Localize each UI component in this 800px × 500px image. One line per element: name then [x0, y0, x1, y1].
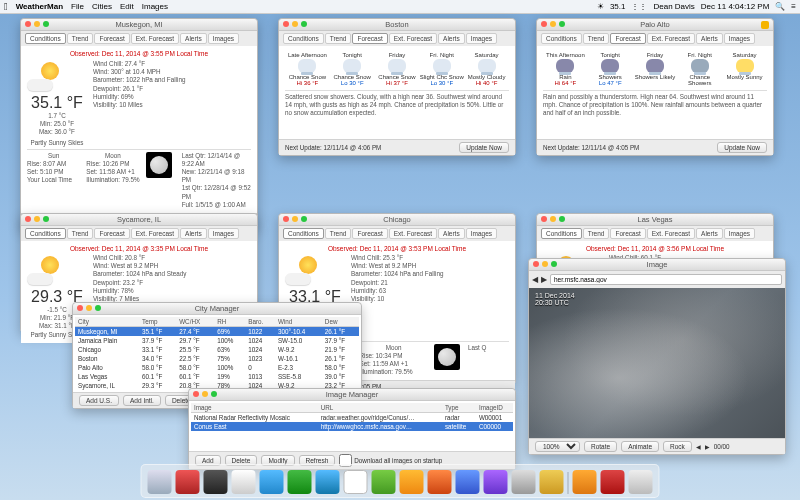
menu-cities[interactable]: Cities: [92, 2, 112, 11]
col-imageid[interactable]: ImageID: [476, 403, 513, 413]
tab-trend[interactable]: Trend: [325, 33, 352, 44]
table-row[interactable]: Las Vegas60.1 °F60.1 °F19%1013SSE-5.839.…: [75, 372, 359, 381]
tab-trend[interactable]: Trend: [325, 228, 352, 239]
dock-launchpad[interactable]: [176, 470, 200, 494]
zoom-select[interactable]: 100%: [535, 441, 580, 452]
tab-images[interactable]: Images: [466, 33, 497, 44]
tab-ext-forecast[interactable]: Ext. Forecast: [647, 228, 695, 239]
rock-button[interactable]: Rock: [663, 441, 692, 452]
window-controls[interactable]: [25, 216, 49, 222]
tab-ext-forecast[interactable]: Ext. Forecast: [131, 33, 179, 44]
col-dew[interactable]: Dew: [322, 317, 359, 327]
titlebar[interactable]: Sycamore, IL: [21, 214, 257, 226]
dock-kmkg[interactable]: [601, 470, 625, 494]
tab-alerts[interactable]: Alerts: [696, 228, 723, 239]
tab-images[interactable]: Images: [724, 33, 755, 44]
col-type[interactable]: Type: [442, 403, 476, 413]
dock-weatherman[interactable]: [540, 470, 564, 494]
window-controls[interactable]: [283, 21, 307, 27]
titlebar[interactable]: Las Vegas: [537, 214, 773, 226]
window-controls[interactable]: [77, 305, 101, 311]
dock-messages[interactable]: [288, 470, 312, 494]
table-row[interactable]: Chicago33.1 °F25.5 °F63%1024W-9.221.9 °F: [75, 345, 359, 354]
dock-appstore[interactable]: [316, 470, 340, 494]
apple-menu[interactable]: : [4, 1, 8, 12]
dock-app[interactable]: [204, 470, 228, 494]
window-controls[interactable]: [541, 21, 565, 27]
col-city[interactable]: City: [75, 317, 139, 327]
menubar-user[interactable]: Dean Davis: [653, 2, 694, 11]
add-intl-button[interactable]: Add Intl.: [123, 395, 161, 406]
col-url[interactable]: URL: [318, 403, 442, 413]
window-controls[interactable]: [283, 216, 307, 222]
tab-ext-forecast[interactable]: Ext. Forecast: [389, 228, 437, 239]
titlebar[interactable]: Palo Alto: [537, 19, 773, 31]
dock-trash[interactable]: [629, 470, 653, 494]
window-controls[interactable]: [541, 216, 565, 222]
spotlight-icon[interactable]: 🔍: [775, 2, 785, 11]
tab-ext-forecast[interactable]: Ext. Forecast: [131, 228, 179, 239]
tab-forecast[interactable]: Forecast: [94, 228, 129, 239]
next-frame-icon[interactable]: ▶: [705, 443, 710, 450]
tab-alerts[interactable]: Alerts: [438, 33, 465, 44]
titlebar[interactable]: Boston: [279, 19, 515, 31]
back-icon[interactable]: ◀: [532, 275, 538, 284]
tab-images[interactable]: Images: [724, 228, 755, 239]
rotate-button[interactable]: Rotate: [584, 441, 617, 452]
table-row[interactable]: Jamaica Plain37.9 °F29.7 °F100%1024SW-15…: [75, 336, 359, 345]
menu-file[interactable]: File: [71, 2, 84, 11]
titlebar[interactable]: Image: [529, 259, 785, 271]
url-field[interactable]: [550, 274, 782, 285]
titlebar[interactable]: City Manager: [73, 303, 361, 315]
dock-finder[interactable]: [148, 470, 172, 494]
menubar-weather-icon[interactable]: ☀: [597, 2, 604, 11]
col-wc[interactable]: WC/HX: [176, 317, 214, 327]
window-controls[interactable]: [25, 21, 49, 27]
tab-forecast[interactable]: Forecast: [610, 228, 645, 239]
tab-trend[interactable]: Trend: [67, 228, 94, 239]
table-row[interactable]: National Radar Reflectivity Mosaicradar.…: [191, 413, 513, 423]
update-now-button[interactable]: Update Now: [459, 142, 509, 153]
tab-alerts[interactable]: Alerts: [438, 228, 465, 239]
tab-images[interactable]: Images: [208, 228, 239, 239]
animate-button[interactable]: Animate: [621, 441, 659, 452]
col-image[interactable]: Image: [191, 403, 318, 413]
tab-ext-forecast[interactable]: Ext. Forecast: [647, 33, 695, 44]
tab-forecast[interactable]: Forecast: [94, 33, 129, 44]
menubar-wifi-icon[interactable]: ⋮⋮: [631, 2, 647, 11]
update-now-button[interactable]: Update Now: [717, 142, 767, 153]
add-us-button[interactable]: Add U.S.: [79, 395, 119, 406]
tab-forecast[interactable]: Forecast: [610, 33, 645, 44]
tab-conditions[interactable]: Conditions: [25, 33, 66, 44]
tab-conditions[interactable]: Conditions: [283, 33, 324, 44]
forward-icon[interactable]: ▶: [541, 275, 547, 284]
titlebar[interactable]: Chicago: [279, 214, 515, 226]
tab-images[interactable]: Images: [466, 228, 497, 239]
tab-ext-forecast[interactable]: Ext. Forecast: [389, 33, 437, 44]
menu-edit[interactable]: Edit: [120, 2, 134, 11]
notification-icon[interactable]: ≡: [791, 2, 796, 11]
dock-folder[interactable]: [573, 470, 597, 494]
dock-mail[interactable]: [260, 470, 284, 494]
table-row[interactable]: Boston34.0 °F22.5 °F75%1023W-16.126.1 °F: [75, 354, 359, 363]
app-menu[interactable]: WeatherMan: [16, 2, 63, 11]
tab-conditions[interactable]: Conditions: [25, 228, 66, 239]
tab-forecast[interactable]: Forecast: [352, 228, 387, 239]
window-controls[interactable]: [533, 261, 557, 267]
dock-safari[interactable]: [232, 470, 256, 494]
tab-forecast[interactable]: Forecast: [352, 33, 387, 44]
dock-calendar[interactable]: [344, 470, 368, 494]
tab-alerts[interactable]: Alerts: [696, 33, 723, 44]
col-rh[interactable]: RH: [214, 317, 245, 327]
tab-trend[interactable]: Trend: [67, 33, 94, 44]
tab-conditions[interactable]: Conditions: [541, 33, 582, 44]
dock-system-prefs[interactable]: [512, 470, 536, 494]
tab-images[interactable]: Images: [208, 33, 239, 44]
menu-images[interactable]: Images: [142, 2, 168, 11]
tab-trend[interactable]: Trend: [583, 228, 610, 239]
prev-frame-icon[interactable]: ◀: [696, 443, 701, 450]
dock-app4[interactable]: [456, 470, 480, 494]
dock-app2[interactable]: [400, 470, 424, 494]
tab-alerts[interactable]: Alerts: [180, 228, 207, 239]
dock-app5[interactable]: [484, 470, 508, 494]
